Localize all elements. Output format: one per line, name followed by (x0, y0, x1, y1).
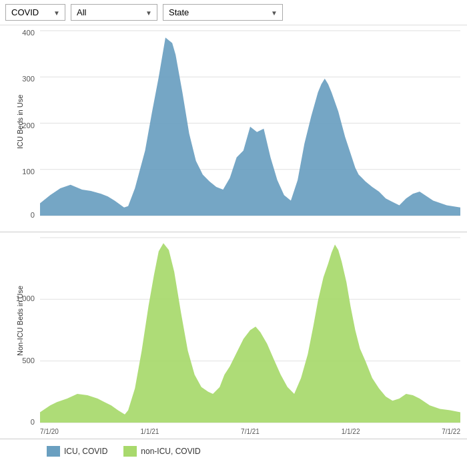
non-icu-area-path (40, 243, 460, 423)
svg-text:1,000: 1,000 (16, 294, 35, 302)
legend-non-icu: non-ICU, COVID (123, 446, 200, 457)
non-icu-x-axis-labels: 7/1/20 1/1/21 7/1/21 1/1/22 7/1/22 (40, 424, 460, 439)
svg-text:0: 0 (31, 211, 35, 219)
icu-svg: 400 300 200 100 0 (40, 31, 460, 216)
state-select[interactable]: State Alabama California Florida New Yor… (163, 4, 283, 21)
legend-icu: ICU, COVID (47, 446, 107, 457)
legend-icu-label: ICU, COVID (64, 447, 107, 456)
state-dropdown-wrapper[interactable]: State Alabama California Florida New Yor… (163, 4, 283, 21)
x-label-1: 1/1/21 (141, 428, 159, 435)
charts-container: ICU Beds in Use 400 300 200 100 0 (0, 25, 467, 439)
svg-text:300: 300 (22, 75, 35, 83)
x-label-3: 1/1/22 (342, 428, 360, 435)
svg-text:500: 500 (22, 356, 35, 365)
svg-text:200: 200 (22, 122, 35, 130)
icu-chart-panel: ICU Beds in Use 400 300 200 100 0 (0, 25, 467, 232)
icu-area-path (40, 37, 460, 216)
legend-non-icu-box (123, 446, 137, 457)
legend-icu-box (47, 446, 60, 457)
x-label-4: 7/1/22 (442, 428, 460, 435)
non-icu-chart-area: 1,000 500 0 (40, 238, 460, 423)
x-label-0: 7/1/20 (40, 428, 59, 435)
region-dropdown-wrapper[interactable]: All North South East West ▼ (71, 4, 157, 21)
x-label-2: 7/1/21 (241, 428, 260, 435)
region-select[interactable]: All North South East West (71, 4, 157, 21)
non-icu-chart-panel: Non-ICU Beds in Use 1,000 500 0 7/1/20 1… (0, 232, 467, 439)
legend-non-icu-label: non-ICU, COVID (141, 447, 200, 456)
svg-text:100: 100 (22, 168, 35, 176)
icu-chart-area: 400 300 200 100 0 (40, 31, 460, 216)
legend: ICU, COVID non-ICU, COVID (0, 439, 467, 462)
svg-text:0: 0 (31, 418, 35, 426)
non-icu-svg: 1,000 500 0 (40, 238, 460, 423)
non-icu-y-axis-label: Non-ICU Beds in Use (16, 316, 24, 356)
icu-x-axis-labels (40, 217, 460, 232)
top-controls: COVID Flu RSV ▼ All North South East Wes… (0, 0, 467, 25)
disease-select[interactable]: COVID Flu RSV (5, 4, 65, 21)
svg-text:400: 400 (22, 29, 35, 37)
disease-dropdown-wrapper[interactable]: COVID Flu RSV ▼ (5, 4, 65, 21)
